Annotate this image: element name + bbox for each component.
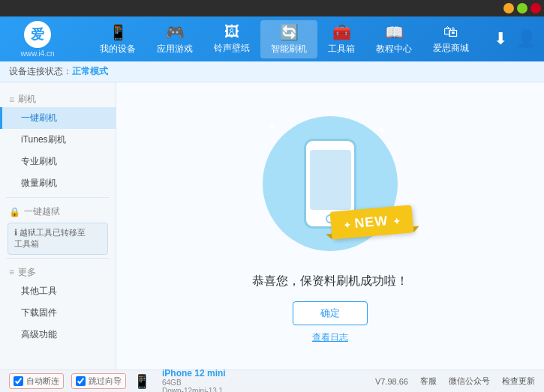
sidebar-advanced-label: 高级功能 [21,329,57,340]
sidebar-download-fw-label: 下载固件 [21,307,57,318]
nav-wallpaper[interactable]: 🖼 铃声壁纸 [203,20,260,58]
bottom-right-section: V7.98.66 客服 微信公众号 检查更新 [375,376,535,387]
nav-my-device[interactable]: 📱 我的设备 [89,20,146,58]
auto-disconnect-checkbox[interactable] [14,376,23,386]
nav-toolbox[interactable]: 🧰 工具箱 [317,20,365,58]
nav-tutorial[interactable]: 📖 教程中心 [365,20,422,58]
close-button[interactable] [530,3,541,13]
status-bar: 设备连接状态： 正常模式 [0,61,544,82]
update-link[interactable]: 检查更新 [502,376,535,387]
sparkle-icon-2: ✦ [377,124,386,138]
sidebar-section-flash: ≡ 刷机 [0,88,116,107]
sidebar-save-flash-label: 微量刷机 [21,178,57,188]
more-section-icon: ≡ [9,267,14,277]
sidebar-divider-1 [6,197,110,198]
user-button[interactable]: 👤 [516,29,536,49]
phone-screen [310,150,351,210]
lock-icon: 🔒 [9,207,20,217]
status-prefix: 设备连接状态： [9,65,72,78]
sparkle-icon-1: ✦ [266,120,276,134]
sidebar-item-download-fw[interactable]: 下载固件 [0,302,116,324]
success-message: 恭喜您，保资料刷机成功啦！ [252,274,408,289]
bottom-left-section: 自动断连 跳过向导 📱 iPhone 12 mini 64GB Down-12m… [9,368,375,393]
nav-toolbox-label: 工具箱 [328,43,355,55]
device-icon: 📱 [134,373,150,390]
nav-shop-label: 爱思商城 [433,42,469,55]
nav-bar: 📱 我的设备 🎮 应用游戏 🖼 铃声壁纸 🔄 智能刷机 🧰 工具箱 📖 教程中心… [75,20,494,58]
my-device-icon: 📱 [109,23,128,41]
sidebar-other-tools-label: 其他工具 [21,286,57,296]
app-game-icon: 🎮 [166,23,185,41]
main-layout: ≡ 刷机 一键刷机 iTunes刷机 专业刷机 微量刷机 🔒 一键越狱 ℹ 越狱… [0,82,544,370]
sidebar-item-pro-flash[interactable]: 专业刷机 [0,151,116,172]
device-version: Down-12mini-13,1 [162,387,226,393]
ribbon-triangle-left [326,233,332,240]
sidebar-one-step-section: 🔒 一键越狱 [0,201,116,220]
title-bar [0,0,544,16]
nav-smart-flash[interactable]: 🔄 智能刷机 [260,20,317,58]
sidebar: ≡ 刷机 一键刷机 iTunes刷机 专业刷机 微量刷机 🔒 一键越狱 ℹ 越狱… [0,82,116,370]
support-link[interactable]: 客服 [420,376,437,387]
sidebar-section-more-label: 更多 [18,266,36,279]
bottom-bar: 自动断连 跳过向导 📱 iPhone 12 mini 64GB Down-12m… [0,370,544,392]
device-info: iPhone 12 mini 64GB Down-12mini-13,1 [162,368,226,393]
logo-subtitle: www.i4.cn [20,49,54,58]
sidebar-pro-flash-label: 专业刷机 [21,156,57,166]
sidebar-notice-text: 越狱工具已转移至工具箱 [14,228,86,248]
sidebar-section-more: ≡ 更多 [0,262,116,280]
ribbon-triangle-right [413,226,420,232]
new-ribbon-text: NEW [353,213,389,231]
download-button[interactable]: ⬇ [494,29,507,49]
shop-icon: 🛍 [443,23,458,40]
auto-disconnect-group[interactable]: 自动断连 [9,373,64,389]
sidebar-item-itunes-flash[interactable]: iTunes刷机 [0,129,116,151]
nav-app-game[interactable]: 🎮 应用游戏 [146,20,203,58]
sidebar-notice-jailbreak: ℹ 越狱工具已转移至工具箱 [8,223,108,255]
nav-right-actions: ⬇ 👤 [494,29,536,49]
nav-app-game-label: 应用游戏 [157,43,193,55]
nav-tutorial-label: 教程中心 [376,43,412,55]
sidebar-item-other-tools[interactable]: 其他工具 [0,280,116,302]
tutorial-icon: 📖 [385,23,404,41]
nav-my-device-label: 我的设备 [100,43,136,55]
toolbox-icon: 🧰 [332,23,351,41]
sidebar-item-one-click-flash[interactable]: 一键刷机 [0,107,116,129]
skip-wizard-label: 跳过向导 [89,376,122,387]
nav-smart-flash-label: 智能刷机 [271,43,307,55]
confirm-button[interactable]: 确定 [293,301,368,325]
phone-illustration: ✦ ✦ ✦ NEW [255,109,405,259]
sidebar-one-click-flash-label: 一键刷机 [21,112,57,123]
sidebar-section-flash-label: 刷机 [18,93,36,106]
nav-wallpaper-label: 铃声壁纸 [214,42,250,55]
sidebar-divider-2 [6,258,110,259]
logo[interactable]: 爱 www.i4.cn [8,21,68,58]
smart-flash-icon: 🔄 [280,23,299,41]
sidebar-item-save-flash[interactable]: 微量刷机 [0,172,116,194]
sidebar-item-advanced[interactable]: 高级功能 [0,324,116,346]
wallpaper-icon: 🖼 [224,23,239,40]
status-value: 正常模式 [72,65,108,78]
auto-disconnect-label: 自动断连 [26,376,59,387]
sidebar-itunes-flash-label: iTunes刷机 [21,134,66,145]
maximize-button[interactable] [517,3,527,13]
device-storage: 64GB [162,379,226,387]
notice-icon: ℹ [14,228,20,237]
header: 爱 www.i4.cn 📱 我的设备 🎮 应用游戏 🖼 铃声壁纸 🔄 智能刷机 … [0,16,544,61]
skip-wizard-checkbox[interactable] [76,376,86,386]
content-area: ✦ ✦ ✦ NEW 恭喜您，保资料刷机成功啦！ 确定 查看日志 [116,82,544,370]
version-label: V7.98.66 [375,377,408,386]
date-log-link[interactable]: 查看日志 [312,331,348,344]
wechat-link[interactable]: 微信公众号 [449,376,490,387]
flash-section-icon: ≡ [9,94,14,105]
skip-wizard-group[interactable]: 跳过向导 [71,373,126,389]
minimize-button[interactable] [503,3,514,13]
nav-shop[interactable]: 🛍 爱思商城 [422,20,479,58]
sidebar-one-step-label: 一键越狱 [24,205,60,218]
logo-icon: 爱 [24,21,51,48]
